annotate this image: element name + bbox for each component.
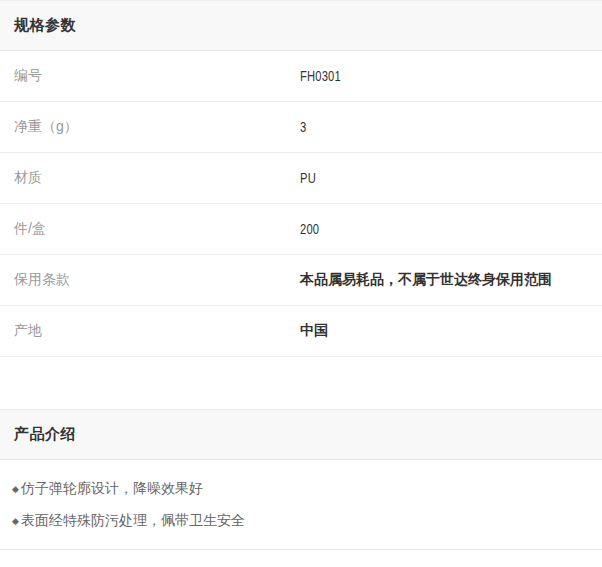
intro-bullet-text: 表面经特殊防污处理，佩带卫生安全 (21, 512, 245, 528)
list-item: ◆表面经特殊防污处理，佩带卫生安全 (12, 505, 588, 537)
diamond-bullet-icon: ◆ (12, 516, 19, 526)
spec-label-code: 编号 (0, 67, 300, 85)
spec-value-material-text: PU (300, 170, 316, 186)
list-item: ◆仿子弹轮廓设计，降噪效果好 (12, 473, 588, 505)
spec-section-title: 规格参数 (14, 16, 76, 35)
spec-value-pieces-per-box-text: 200 (300, 221, 319, 237)
table-row: 件/盒 200 (0, 204, 602, 255)
intro-section-header: 产品介绍 (0, 409, 602, 460)
spec-value-material: PU (300, 170, 602, 186)
product-detail-page: 规格参数 编号 FH0301 净重（g） 3 材质 PU 件/盒 200 保用条… (0, 0, 602, 567)
spec-value-warranty: 本品属易耗品，不属于世达终身保用范围 (300, 271, 602, 289)
spec-value-code-text: FH0301 (300, 68, 341, 84)
intro-bullet-text: 仿子弹轮廓设计，降噪效果好 (21, 480, 203, 496)
spec-value-pieces-per-box: 200 (300, 221, 602, 237)
spec-label-pieces-per-box: 件/盒 (0, 220, 300, 238)
spec-section: 规格参数 编号 FH0301 净重（g） 3 材质 PU 件/盒 200 保用条… (0, 0, 602, 357)
intro-content: ◆仿子弹轮廓设计，降噪效果好 ◆表面经特殊防污处理，佩带卫生安全 (0, 460, 602, 537)
table-row: 产地 中国 (0, 306, 602, 357)
spec-value-origin: 中国 (300, 322, 602, 340)
diamond-bullet-icon: ◆ (12, 484, 19, 494)
intro-section-title: 产品介绍 (14, 425, 76, 444)
spec-label-warranty: 保用条款 (0, 271, 300, 289)
spec-label-material: 材质 (0, 169, 300, 187)
bottom-divider (0, 549, 602, 550)
spec-value-code: FH0301 (300, 68, 602, 84)
spec-label-net-weight: 净重（g） (0, 118, 300, 136)
intro-section: 产品介绍 ◆仿子弹轮廓设计，降噪效果好 ◆表面经特殊防污处理，佩带卫生安全 (0, 409, 602, 550)
table-row: 材质 PU (0, 153, 602, 204)
spec-label-origin: 产地 (0, 322, 300, 340)
spec-value-net-weight-text: 3 (300, 119, 306, 135)
spec-table: 编号 FH0301 净重（g） 3 材质 PU 件/盒 200 保用条款 本品属… (0, 51, 602, 357)
spec-value-net-weight: 3 (300, 119, 602, 135)
spec-section-header: 规格参数 (0, 0, 602, 51)
table-row: 净重（g） 3 (0, 102, 602, 153)
table-row: 编号 FH0301 (0, 51, 602, 102)
table-row: 保用条款 本品属易耗品，不属于世达终身保用范围 (0, 255, 602, 306)
section-gap (0, 357, 602, 409)
